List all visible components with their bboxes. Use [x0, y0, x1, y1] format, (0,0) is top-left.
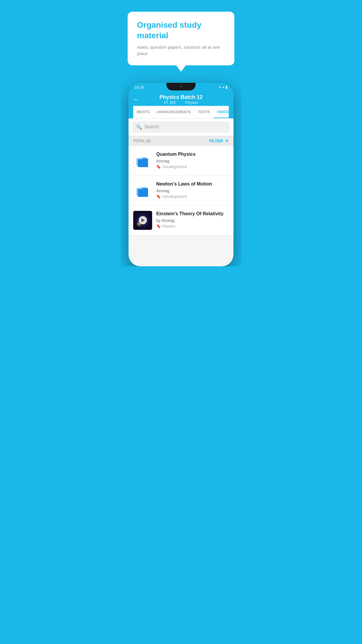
wifi-icon: ▾ [219, 85, 221, 89]
search-placeholder: Search [144, 124, 159, 130]
hero-title: Organised study material [137, 20, 225, 41]
video-author: by Anurag [156, 218, 229, 223]
header-subtitle: IIT JEE Physics [159, 100, 203, 105]
status-time: 14:29 [134, 85, 144, 90]
tab-videos[interactable]: VIDEOS [214, 106, 229, 118]
tag-label: Uncategorized [162, 164, 187, 169]
list-item[interactable]: Newton's Laws of Motion Anurag 🔖 Uncateg… [129, 176, 233, 206]
list-item[interactable]: Einstein's Theory Of Relativity by Anura… [129, 206, 233, 235]
phone-screen: ← Physics Batch 12 IIT JEE Physics MENTS… [129, 91, 233, 266]
video-title: Einstein's Theory Of Relativity [156, 211, 229, 217]
battery-icon: ▮ [226, 85, 228, 89]
item-thumbnail [133, 151, 152, 170]
subject-physics: Physics [185, 100, 198, 105]
filter-label: FILTER [209, 139, 223, 143]
header-title: Physics Batch 12 IIT JEE Physics [159, 94, 203, 105]
play-triangle-icon [141, 218, 145, 222]
item-thumbnail [133, 181, 152, 200]
tab-bar: MENTS ANNOUNCEMENTS TESTS VIDEOS [133, 106, 229, 118]
item-info: Quantum Physics Anurag 🔖 Uncategorized [156, 151, 229, 169]
header-top: ← Physics Batch 12 IIT JEE Physics [133, 94, 229, 106]
total-count: TOTAL (4) [133, 139, 151, 143]
subject-iitjee: IIT JEE [164, 100, 176, 105]
tag-icon: 🔖 [156, 194, 161, 199]
video-author: Anurag [156, 188, 229, 193]
status-icons: ▾ ◂ ▮ [219, 85, 228, 89]
search-container: 🔍 Search [129, 118, 233, 136]
folder-icon [136, 153, 150, 168]
video-author: Anurag [156, 159, 229, 163]
batch-title: Physics Batch 12 [159, 94, 203, 100]
video-title: Quantum Physics [156, 151, 229, 158]
item-info: Einstein's Theory Of Relativity by Anura… [156, 211, 229, 228]
hero-subtitle: notes, question papers, solutions all at… [137, 44, 225, 57]
tag-icon: 🔖 [156, 164, 161, 169]
tab-tests[interactable]: TESTS [194, 106, 213, 118]
item-thumbnail-video [133, 211, 152, 230]
search-bar[interactable]: 🔍 Search [132, 121, 230, 133]
item-info: Newton's Laws of Motion Anurag 🔖 Uncateg… [156, 181, 229, 199]
filter-button[interactable]: FILTER ▼ [209, 139, 229, 143]
subject-separator [180, 100, 182, 105]
video-list: Quantum Physics Anurag 🔖 Uncategorized [129, 146, 233, 235]
signal-icon: ◂ [222, 85, 224, 89]
phone-mockup: 14:29 ▾ ◂ ▮ ← Physics Batch 12 IIT JEE [129, 83, 233, 266]
hero-section: Organised study material notes, question… [121, 0, 241, 77]
filter-icon: ▼ [225, 139, 229, 143]
tag-icon: 🔖 [156, 224, 161, 228]
tab-announcements[interactable]: ANNOUNCEMENTS [153, 106, 195, 118]
search-icon: 🔍 [136, 124, 142, 130]
folder-icon [136, 183, 150, 198]
tag-label: Uncategorized [162, 194, 187, 199]
tab-ments[interactable]: MENTS [133, 106, 153, 118]
list-item[interactable]: Quantum Physics Anurag 🔖 Uncategorized [129, 146, 233, 176]
video-title: Newton's Laws of Motion [156, 181, 229, 187]
app-header: ← Physics Batch 12 IIT JEE Physics MENTS… [129, 91, 233, 118]
filter-bar: TOTAL (4) FILTER ▼ [129, 136, 233, 146]
video-tag: 🔖 Physics [156, 224, 229, 228]
tag-label: Physics [162, 224, 175, 228]
video-tag: 🔖 Uncategorized [156, 194, 229, 199]
video-tag: 🔖 Uncategorized [156, 164, 229, 169]
camera [180, 85, 182, 88]
speech-bubble: Organised study material notes, question… [128, 12, 234, 65]
play-button[interactable] [139, 216, 147, 224]
back-button[interactable]: ← [133, 96, 140, 103]
phone-wrapper: 14:29 ▾ ◂ ▮ ← Physics Batch 12 IIT JEE [121, 77, 241, 266]
phone-notch [166, 83, 196, 90]
